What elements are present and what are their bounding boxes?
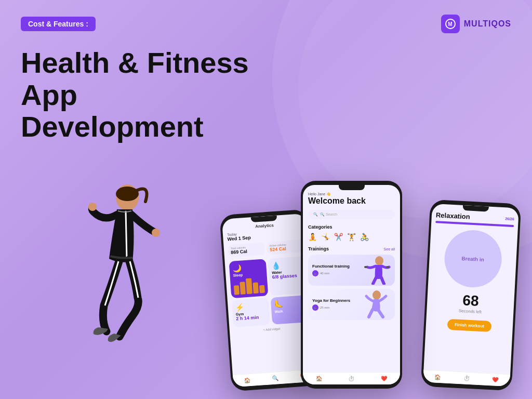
play-btn-functional[interactable]: ▶ (312, 270, 318, 276)
stretch-icon: 🤸 (321, 233, 330, 241)
search-placeholder: 🔍 Search (320, 212, 337, 217)
lift-icon: 🏋️ (347, 233, 356, 241)
runner-svg (31, 165, 177, 383)
svg-point-3 (116, 187, 139, 201)
duration-text-yoga: 25 min (320, 306, 329, 309)
training-info-yoga: Yoga for Beginners ▶ 25 min (308, 289, 358, 320)
svg-rect-7 (364, 266, 367, 268)
phone-main-nav: 🏠 ⏱️ ❤️ (303, 372, 400, 384)
phone-main-screen: Hello Jane 👋 Welcome back 🔍 🔍 Search Cat… (303, 185, 400, 384)
training-card-yoga[interactable]: Yoga for Beginners ▶ 25 min (308, 289, 395, 320)
analytics-full-date: Wed 1 Sep (227, 235, 251, 242)
relaxation-title: Relaxation (436, 211, 470, 220)
relaxation-progress: 26/26 (505, 217, 514, 221)
training-name-yoga: Yoga for Beginners (312, 298, 354, 303)
bar-4 (252, 282, 259, 294)
cost-features-badge: Cost & Features : (21, 17, 96, 31)
nav-timer-right[interactable]: ⏱️ (463, 375, 470, 381)
seconds-label: Seconds left (459, 309, 482, 314)
functional-training-svg (361, 256, 392, 285)
bar-1 (234, 285, 240, 295)
trainings-section-title: Trainings (308, 246, 329, 251)
nav-search-icon[interactable]: 🔍 (272, 375, 278, 381)
svg-rect-8 (386, 266, 389, 268)
nav-timer-main[interactable]: ⏱️ (348, 376, 354, 381)
welcome-text: Welcome back (308, 196, 395, 206)
breath-text: Breath in (461, 255, 484, 262)
bar-5 (259, 285, 265, 294)
cat-scissors[interactable]: ✂️ (334, 233, 343, 241)
svg-point-6 (375, 256, 383, 265)
training-name-functional: Functional training (312, 264, 354, 269)
training-info-functional: Functional training ▶ 40 min (308, 255, 358, 286)
active-cal-box: Active calories 524 Cal (267, 240, 304, 255)
yoga-svg (361, 290, 392, 319)
nav-heart-right[interactable]: ❤️ (492, 377, 499, 383)
svg-point-9 (373, 290, 381, 300)
sleep-widget: 🌙 Sleep (229, 259, 269, 298)
play-btn-yoga[interactable]: ▶ (312, 304, 318, 311)
bar-3 (246, 278, 252, 294)
breath-circle: Breath in (443, 229, 503, 289)
yoga-icon: 🧘 (308, 233, 317, 241)
logo: M MULTIQOS (441, 15, 511, 33)
duration-text-functional: 40 min (320, 272, 329, 275)
phone-main: Hello Jane 👋 Welcome back 🔍 🔍 Search Cat… (301, 181, 402, 389)
training-duration-functional: ▶ 40 min (312, 270, 354, 276)
nav-home-main[interactable]: 🏠 (316, 376, 322, 381)
nav-heart-main[interactable]: ❤️ (381, 376, 387, 381)
water-icon: 💧 (271, 260, 302, 270)
hello-text: Hello Jane 👋 (308, 192, 395, 196)
trainings-header: Trainings See all (308, 246, 395, 251)
svg-point-5 (152, 229, 160, 237)
widget-row-1: 🌙 Sleep 💧 Water 6/8 glasses (229, 256, 308, 298)
runner-image (16, 165, 192, 383)
sleep-bars (233, 277, 265, 295)
nav-home-icon[interactable]: 🏠 (244, 377, 250, 383)
categories-row: 🧘 🤸 ✂️ 🏋️ 🚴 (308, 233, 395, 241)
logo-icon: M (441, 15, 460, 33)
nav-home-right[interactable]: 🏠 (434, 374, 441, 380)
cat-lift[interactable]: 🏋️ (347, 233, 356, 241)
training-img-yoga (358, 289, 395, 320)
heading-line1: Health & Fitness App (21, 46, 249, 111)
cat-stretch[interactable]: 🤸 (321, 233, 330, 241)
seconds-display: 68 Seconds left (459, 292, 483, 314)
bike-icon: 🚴 (360, 233, 369, 241)
relaxation-content: Relaxation 26/26 Breath in 68 Seconds le… (423, 204, 519, 387)
badge-text: Cost & Features : (28, 20, 88, 28)
search-icon: 🔍 (313, 212, 318, 217)
phone-relaxation-screen: Relaxation 26/26 Breath in 68 Seconds le… (423, 204, 519, 387)
svg-point-4 (88, 203, 97, 211)
calories-row: Total calories 869 Cal Active calories 5… (228, 240, 304, 257)
see-all-link[interactable]: See all (384, 247, 395, 251)
phone-relaxation: Relaxation 26/26 Breath in 68 Seconds le… (421, 200, 522, 391)
bar-2 (240, 282, 246, 295)
training-card-functional[interactable]: Functional training ▶ 40 min (308, 255, 395, 286)
heading-line2: Development (21, 110, 204, 143)
breath-area: Breath in 68 Seconds left Finish workout (430, 228, 513, 333)
gym-icon: ⚡ (235, 301, 266, 312)
seconds-number: 68 (459, 292, 483, 310)
cat-bike[interactable]: 🚴 (360, 233, 369, 241)
scissors-icon: ✂️ (334, 233, 343, 241)
widget-row-2: ⚡ Gym 2 h 14 min 🦶 Walk (232, 295, 309, 327)
training-duration-yoga: ▶ 25 min (312, 304, 354, 311)
finish-workout-button[interactable]: Finish workout (447, 319, 491, 332)
gym-widget: ⚡ Gym 2 h 14 min (232, 298, 270, 327)
search-bar[interactable]: 🔍 🔍 Search (308, 210, 395, 219)
center-content: Hello Jane 👋 Welcome back 🔍 🔍 Search Cat… (303, 185, 400, 384)
logo-text: MULTIQOS (464, 19, 511, 29)
training-img-functional (358, 255, 395, 286)
phone-mockups: Analytics Today Wed 1 Sep Total calories… (225, 118, 516, 389)
phone-main-notch (339, 185, 365, 190)
sleep-icon: 🌙 (232, 262, 263, 273)
total-cal-box: Total calories 869 Cal (228, 242, 265, 257)
cat-yoga[interactable]: 🧘 (308, 233, 317, 241)
svg-text:M: M (448, 21, 453, 27)
sleep-label: Sleep (233, 272, 263, 277)
categories-section-title: Categories (308, 224, 395, 230)
